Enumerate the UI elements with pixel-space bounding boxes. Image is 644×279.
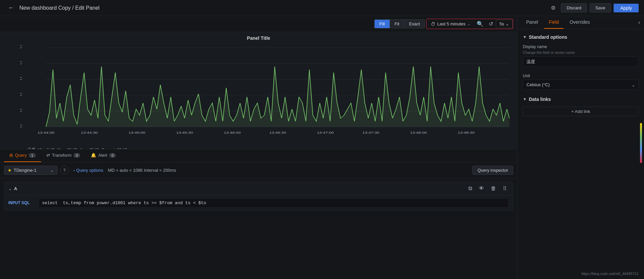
zoom-icon: 🔍 [477, 21, 483, 27]
display-name-label: Display name [523, 44, 639, 49]
query-letter: A [14, 186, 17, 191]
time-range-label: Last 5 minutes [437, 21, 466, 26]
tab-field[interactable]: Field [544, 16, 564, 29]
data-links-section: ▼ Data links + Add link [523, 97, 639, 116]
tab-transform[interactable]: ⇄ Transform 0 [41, 149, 86, 162]
query-tab-badge: 1 [29, 153, 35, 158]
query-options-button[interactable]: › Query options [71, 166, 105, 174]
refresh-icon: ↺ [489, 21, 493, 27]
overrides-tab-label: Overrides [570, 19, 590, 25]
display-name-group: Display name Change the field or series … [523, 44, 639, 67]
display-name-input[interactable] [523, 56, 639, 67]
query-inspector-button[interactable]: Query inspector [472, 166, 513, 175]
legend-avg: Avg: 45 °C [80, 148, 99, 149]
add-link-button[interactable]: + Add link [523, 107, 639, 116]
display-name-sublabel: Change the field or series name [523, 50, 639, 54]
tab-overrides[interactable]: Overrides [565, 16, 595, 29]
left-panel: Fill Fit Exact ⏱ Last 5 minutes ⌄ 🔍 ↺ [0, 16, 517, 279]
sql-input-field[interactable] [38, 198, 509, 208]
refresh-interval-button[interactable]: 5s ⌄ [496, 20, 513, 28]
save-button[interactable]: Save [590, 3, 611, 12]
legend-max: Max: 99 °C [57, 148, 77, 149]
query-editor-title: ⌄ A [8, 186, 466, 191]
query-editor-a: ⌄ A ⧉ 👁 🗑 [4, 182, 513, 211]
svg-text:100 °C: 100 °C [8, 61, 22, 65]
query-meta: MD = auto = 1086 Interval = 200ms [108, 168, 470, 173]
legend-name: 温度 [27, 147, 35, 149]
settings-button[interactable]: ⚙ [548, 3, 558, 13]
copy-query-button[interactable]: ⧉ [466, 185, 474, 192]
svg-text:13:44:30: 13:44:30 [81, 131, 97, 134]
datasource-row: ★ TDengine-1 ⌄ ? › Query options MD = au… [0, 162, 517, 178]
time-range-button[interactable]: ⏱ Last 5 minutes ⌄ [427, 20, 474, 28]
fit-button[interactable]: Fit [390, 20, 404, 28]
legend-dash: — [20, 147, 25, 149]
transform-tab-label: Transform [52, 153, 72, 158]
drag-handle[interactable]: ⠿ [501, 185, 509, 192]
legend-min: Min: 0 °C [38, 148, 54, 149]
color-gradient-bar [640, 123, 642, 163]
chart-svg: 125 °C 100 °C 75 °C 50 °C 25 °C 0 °C 13:… [0, 42, 517, 146]
collapse-button[interactable]: ⌄ [8, 186, 12, 191]
toggle-visibility-button[interactable]: 👁 [477, 185, 486, 192]
top-bar: ← New dashboard Copy / Edit Panel ⚙ Disc… [0, 0, 644, 16]
chart-toolbar: Fill Fit Exact ⏱ Last 5 minutes ⌄ 🔍 ↺ [0, 16, 517, 32]
svg-text:50 °C: 50 °C [10, 93, 22, 97]
tab-query[interactable]: ⊞ Query 1 [4, 149, 41, 162]
fill-button[interactable]: Fill [375, 20, 390, 28]
main-layout: Fill Fit Exact ⏱ Last 5 minutes ⌄ 🔍 ↺ [0, 16, 644, 279]
collapse-icon: ⌄ [8, 186, 12, 191]
datasource-caret-icon: ⌄ [50, 168, 54, 173]
datasource-star-icon: ★ [8, 168, 12, 173]
datasource-select[interactable]: ★ TDengine-1 ⌄ [4, 166, 57, 175]
delete-query-button[interactable]: 🗑 [489, 185, 498, 192]
query-tab-label: Query [15, 153, 27, 158]
transform-tab-icon: ⇄ [46, 153, 50, 158]
unit-label: Unit [523, 74, 639, 78]
panel-expand-button[interactable]: › [638, 19, 640, 25]
tab-panel[interactable]: Panel [521, 16, 543, 29]
svg-text:75 °C: 75 °C [10, 77, 22, 81]
query-actions: ⧉ 👁 🗑 ⠿ [466, 185, 509, 192]
refresh-icon-button[interactable]: ↺ [486, 19, 496, 29]
back-button[interactable]: ← [5, 3, 17, 13]
datasource-info-button[interactable]: ? [60, 166, 69, 174]
alert-tab-badge: 0 [109, 153, 116, 158]
datasource-name: TDengine-1 [14, 168, 36, 173]
data-links-title: Data links [529, 97, 551, 102]
unit-select[interactable]: Celsius (°C) Fahrenheit (°F) Kelvin (K) [523, 80, 639, 90]
svg-text:13:46:00: 13:46:00 [224, 131, 240, 134]
tab-alert[interactable]: 🔔 Alert 0 [85, 149, 121, 162]
standard-options-header[interactable]: ▼ Standard options [523, 34, 639, 40]
sql-input-label: INPUT SQL [8, 200, 35, 205]
expand-icon: › [638, 19, 640, 25]
svg-text:13:48:30: 13:48:30 [458, 131, 474, 134]
top-bar-actions: ⚙ Discard Save Apply [548, 3, 639, 13]
copy-icon: ⧉ [468, 185, 472, 191]
data-links-header[interactable]: ▼ Data links [523, 97, 639, 102]
transform-tab-badge: 0 [73, 153, 80, 158]
query-options-label: Query options [76, 168, 103, 173]
clock-icon: ⏱ [431, 21, 435, 27]
drag-icon: ⠿ [503, 186, 507, 191]
svg-text:25 °C: 25 °C [10, 109, 22, 112]
svg-text:0 °C: 0 °C [13, 124, 22, 128]
eye-icon: 👁 [479, 185, 484, 191]
exact-button[interactable]: Exact [404, 20, 425, 28]
svg-text:13:45:00: 13:45:00 [129, 131, 145, 134]
right-panel-content: ▼ Standard options Display name Change t… [517, 29, 644, 279]
svg-text:13:47:30: 13:47:30 [363, 131, 379, 134]
data-links-caret: ▼ [523, 97, 527, 102]
svg-text:13:46:30: 13:46:30 [269, 131, 286, 134]
unit-group: Unit Celsius (°C) Fahrenheit (°F) Kelvin… [523, 74, 639, 90]
info-icon: ? [63, 168, 65, 173]
unit-select-wrapper: Celsius (°C) Fahrenheit (°F) Kelvin (K) [523, 80, 639, 90]
standard-options-caret: ▼ [523, 35, 527, 39]
apply-button[interactable]: Apply [614, 4, 639, 12]
query-options-chevron: › [73, 168, 75, 173]
discard-button[interactable]: Discard [561, 3, 587, 12]
chart-legend: — 温度 Min: 0 °C Max: 99 °C Avg: 45 °C Cur… [0, 146, 517, 149]
chart-toolbar-center: Fill Fit Exact ⏱ Last 5 minutes ⌄ 🔍 ↺ [374, 19, 513, 29]
query-section: ★ TDengine-1 ⌄ ? › Query options MD = au… [0, 162, 517, 279]
zoom-out-button[interactable]: 🔍 [474, 19, 486, 29]
